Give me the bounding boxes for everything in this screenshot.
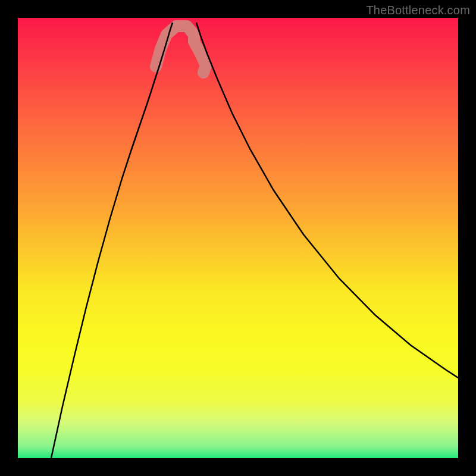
plot-area <box>18 18 458 458</box>
chart-curves-svg <box>18 18 458 458</box>
watermark-text: TheBottleneck.com <box>366 4 470 17</box>
series-left-branch <box>51 23 173 458</box>
series-right-branch <box>196 23 458 378</box>
chart-frame: TheBottleneck.com <box>0 0 476 476</box>
series-valley-blob <box>156 26 206 73</box>
